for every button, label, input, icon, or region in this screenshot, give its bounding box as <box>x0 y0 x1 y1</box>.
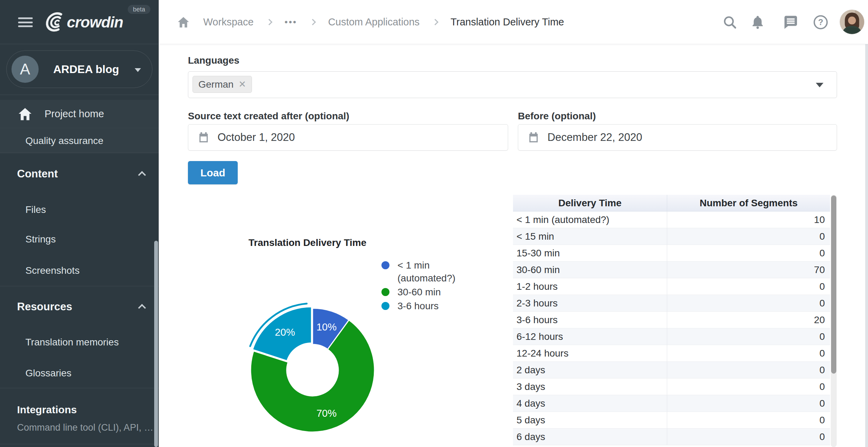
chat-icon[interactable] <box>782 0 798 44</box>
table-row[interactable]: 5 days0 <box>513 412 830 429</box>
sidebar-item-translation-memories[interactable]: Translation memories <box>0 332 159 353</box>
table-row[interactable]: < 15 min0 <box>513 228 830 245</box>
table-row[interactable]: 6-12 hours0 <box>513 328 830 345</box>
sidebar-section-label: Resources <box>17 301 72 313</box>
sidebar-section-content[interactable]: Content <box>0 161 159 186</box>
beta-badge: beta <box>128 5 150 14</box>
sidebar-item-label: Quality assurance <box>25 135 103 146</box>
sidebar-header: crowdin beta <box>0 0 159 44</box>
legend-label: < 1 min (automated?) <box>397 260 456 284</box>
cell-number-of-segments: 0 <box>667 281 830 292</box>
legend-label: 3-6 hours <box>397 301 439 311</box>
help-icon[interactable]: ? <box>813 0 829 44</box>
chevron-up-icon <box>138 304 146 312</box>
cell-delivery-time: 4 days <box>513 395 667 412</box>
integrations-subtitle-text: Command line tool (CLI), API, … <box>17 422 153 433</box>
calendar-icon <box>197 131 210 144</box>
cell-number-of-segments: 0 <box>667 431 830 442</box>
cell-number-of-segments: 0 <box>667 365 830 376</box>
cell-delivery-time: < 15 min <box>513 228 667 245</box>
bell-icon[interactable] <box>750 0 765 44</box>
crowdin-logo[interactable]: crowdin <box>42 10 123 35</box>
sidebar-item-label: Files <box>25 204 46 215</box>
column-header-number-of-segments[interactable]: Number of Segments <box>667 195 830 211</box>
chevron-down-icon <box>135 68 141 72</box>
breadcrumb-current: Translation Delivery Time <box>451 16 564 28</box>
before-date-input[interactable]: December 22, 2020 <box>518 124 837 151</box>
chevron-right-icon <box>309 19 316 25</box>
menu-icon[interactable] <box>18 17 33 27</box>
legend-item[interactable]: < 1 min (automated?) <box>381 259 486 285</box>
cell-delivery-time: 30-60 min <box>513 262 667 278</box>
cell-delivery-time: 3 days <box>513 378 667 395</box>
legend-item[interactable]: 30-60 min <box>381 286 486 298</box>
cell-number-of-segments: 20 <box>667 314 830 326</box>
sidebar-item-label: Project home <box>45 108 104 120</box>
table-row[interactable]: 6 days0 <box>513 429 830 445</box>
breadcrumb-custom-applications[interactable]: Custom Applications <box>328 16 420 28</box>
remove-icon[interactable]: ✕ <box>238 79 246 90</box>
table-row[interactable]: 30-60 min70 <box>513 262 830 278</box>
project-selector[interactable]: A ARDEA blog <box>6 50 152 88</box>
legend-label: 30-60 min <box>397 287 441 297</box>
table-row[interactable]: 2 days0 <box>513 362 830 378</box>
sidebar-section-resources[interactable]: Resources <box>0 294 159 319</box>
svg-text:?: ? <box>818 17 823 27</box>
cell-delivery-time: 15-30 min <box>513 245 667 261</box>
cell-delivery-time: 12-24 hours <box>513 345 667 361</box>
user-avatar[interactable] <box>840 10 864 34</box>
breadcrumb-ellipsis[interactable]: ••• <box>285 17 297 27</box>
project-avatar: A <box>11 56 39 83</box>
breadcrumb-workspace[interactable]: Workspace <box>203 16 254 28</box>
sidebar-item-strings[interactable]: Strings <box>0 229 159 250</box>
sidebar-item-label: Glossaries <box>25 368 71 379</box>
load-button[interactable]: Load <box>188 161 238 184</box>
table-row[interactable]: 3 days0 <box>513 378 830 395</box>
table-row[interactable]: < 1 min (automated?)10 <box>513 211 830 228</box>
sidebar-section-integrations[interactable]: Integrations <box>0 400 159 420</box>
cell-delivery-time: 2-3 hours <box>513 295 667 311</box>
table-row[interactable]: 2-3 hours0 <box>513 295 830 312</box>
sidebar-item-files[interactable]: Files <box>0 199 159 221</box>
table-row[interactable]: 4 days0 <box>513 395 830 412</box>
sidebar-item-label: Translation memories <box>25 337 119 348</box>
divider <box>0 444 159 444</box>
breadcrumb: Workspace ••• Custom Applications Transl… <box>177 0 564 44</box>
cell-delivery-time: 5 days <box>513 412 667 428</box>
home-icon[interactable] <box>177 16 190 29</box>
legend-item[interactable]: 3-6 hours <box>381 300 486 312</box>
cell-number-of-segments: 70 <box>667 264 830 276</box>
logo-text: crowdin <box>67 14 123 31</box>
after-date-input[interactable]: October 1, 2020 <box>188 124 508 151</box>
search-icon[interactable] <box>722 0 737 44</box>
table-scrollbar-thumb[interactable] <box>831 195 836 374</box>
language-chip-german[interactable]: German ✕ <box>192 76 252 93</box>
table-row[interactable]: 15-30 min0 <box>513 245 830 262</box>
chevron-up-icon <box>138 171 146 179</box>
table-row[interactable]: 12-24 hours0 <box>513 345 830 362</box>
chip-label: German <box>198 79 234 90</box>
sidebar-item-screenshots[interactable]: Screenshots <box>0 260 159 281</box>
legend-dot <box>381 288 389 296</box>
sidebar-item-project-home[interactable]: Project home <box>0 100 159 128</box>
languages-select[interactable]: German ✕ <box>188 71 837 98</box>
cell-number-of-segments: 0 <box>667 398 830 409</box>
window-scrollbar[interactable] <box>865 44 868 447</box>
sidebar-item-label: Strings <box>25 234 56 245</box>
chart-title: Translation Delivery Time <box>248 237 366 248</box>
table-row[interactable]: 3-6 hours20 <box>513 312 830 328</box>
cell-delivery-time: 1-2 hours <box>513 278 667 295</box>
cell-number-of-segments: 10 <box>667 214 830 225</box>
after-date-label: Source text created after (optional) <box>188 111 349 122</box>
table-row[interactable]: 1-2 hours0 <box>513 278 830 295</box>
cell-delivery-time: < 1 min (automated?) <box>513 211 667 228</box>
column-header-delivery-time[interactable]: Delivery Time <box>513 195 667 211</box>
home-icon <box>17 106 33 122</box>
sidebar-item-glossaries[interactable]: Glossaries <box>0 362 159 384</box>
chart-legend: < 1 min (automated?) 30-60 min 3-6 hours <box>381 259 486 313</box>
sidebar-item-quality-assurance[interactable]: Quality assurance <box>0 129 159 153</box>
sidebar-scrollbar-thumb[interactable] <box>154 241 158 447</box>
calendar-icon <box>527 131 540 144</box>
project-name: ARDEA blog <box>53 63 119 76</box>
cell-delivery-time: 3-6 hours <box>513 312 667 328</box>
